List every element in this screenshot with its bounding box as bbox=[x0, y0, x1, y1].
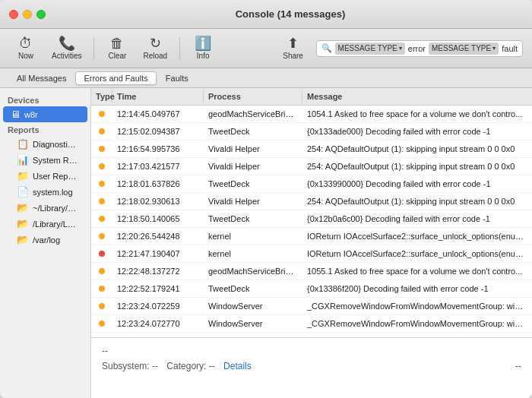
row-type-cell bbox=[91, 106, 112, 122]
devices-section-label: Devices bbox=[0, 93, 90, 106]
th-process: Process bbox=[204, 90, 302, 103]
system-label: System Reports bbox=[33, 156, 80, 165]
search-bar[interactable]: 🔍 MESSAGE TYPE ▾ error MESSAGE TYPE ▾ fa… bbox=[316, 40, 523, 57]
filter-tag-2[interactable]: MESSAGE TYPE ▾ bbox=[429, 43, 499, 55]
row-type-cell bbox=[91, 228, 112, 245]
titlebar: Console (14 messages) bbox=[0, 0, 532, 29]
search-icon: 🔍 bbox=[321, 43, 332, 53]
row-time-cell: 12:20:26.544248 bbox=[112, 228, 204, 245]
library-logs-icon: 📂 bbox=[17, 218, 29, 229]
row-process-cell: WindowServer bbox=[204, 298, 302, 314]
row-process-cell: Vivaldi Helper bbox=[204, 141, 302, 157]
status-dot bbox=[99, 233, 105, 239]
table-row[interactable]: 12:22:48.137272geodMachServiceBridge1055… bbox=[91, 263, 532, 280]
row-process-cell: Vivaldi Helper bbox=[204, 158, 302, 175]
row-time-cell: 12:18:50.140065 bbox=[112, 210, 204, 227]
table-row[interactable]: 12:16:54.995736Vivaldi Helper254: AQDefa… bbox=[91, 141, 532, 158]
main-content: Devices 🖥 w8r Reports 📋Diagnostic and U.… bbox=[0, 88, 532, 398]
share-button[interactable]: ⬆ Share bbox=[277, 33, 310, 63]
info-label: Info bbox=[197, 52, 210, 60]
filter1-label: MESSAGE TYPE bbox=[338, 44, 397, 52]
clear-button[interactable]: 🗑 Clear bbox=[100, 33, 134, 63]
status-dot bbox=[99, 303, 105, 309]
table-row[interactable]: 12:20:26.544248kernelIOReturn IOAccelSur… bbox=[91, 228, 532, 245]
user-label: User Reports bbox=[33, 172, 80, 181]
row-message-cell: {0x12b0a6c00} Decoding failed with error… bbox=[302, 210, 532, 227]
sidebar-item-device[interactable]: 🖥 w8r bbox=[3, 106, 87, 122]
toolbar-separator-2 bbox=[179, 37, 180, 60]
row-time-cell: 12:14:45.049767 bbox=[112, 106, 204, 122]
row-type-cell bbox=[91, 298, 112, 314]
row-message-cell: _CGXRemoveWindowFromWindowMovementGroup:… bbox=[302, 298, 532, 314]
table-row[interactable]: 12:23:24.072259WindowServer_CGXRemoveWin… bbox=[91, 298, 532, 315]
row-time-cell: 12:23:24.072259 bbox=[112, 298, 204, 314]
status-dot bbox=[99, 286, 105, 292]
sidebar-item-lib-logs[interactable]: 📂~/Library/Logs bbox=[3, 200, 87, 216]
filter-tab-all[interactable]: All Messages bbox=[9, 72, 74, 84]
status-dot bbox=[99, 111, 105, 117]
minimize-button[interactable] bbox=[23, 10, 32, 19]
row-type-cell bbox=[91, 280, 112, 297]
row-process-cell: TweetDeck bbox=[204, 123, 302, 140]
activities-label: Activities bbox=[52, 52, 81, 60]
table-row[interactable]: 12:17:03.421577Vivaldi Helper254: AQDefa… bbox=[91, 158, 532, 175]
table-row[interactable]: 12:18:01.637826TweetDeck{0x133990000} De… bbox=[91, 175, 532, 193]
th-time: Time bbox=[112, 90, 204, 103]
sidebar-item-var-log[interactable]: 📂/var/log bbox=[3, 232, 87, 248]
content-pane: Type Time Process Message 12:14:45.04976… bbox=[91, 88, 532, 398]
filter-tab-faults[interactable]: Faults bbox=[158, 72, 196, 84]
table-row[interactable]: 12:14:45.049767geodMachServiceBridge1054… bbox=[91, 106, 532, 123]
filter2-dropdown-icon: ▾ bbox=[492, 45, 496, 52]
now-label: Now bbox=[18, 52, 33, 60]
th-message: Message bbox=[302, 90, 532, 103]
reload-button[interactable]: ↻ Reload bbox=[137, 33, 173, 63]
row-process-cell: geodMachServiceBridge bbox=[204, 263, 302, 280]
row-type-cell bbox=[91, 141, 112, 157]
row-type-cell bbox=[91, 193, 112, 210]
sidebar-item-system[interactable]: 📊System Reports bbox=[3, 152, 87, 168]
category-label: Category: -- bbox=[166, 361, 214, 371]
table-row[interactable]: 12:23:24.072770WindowServer_CGXRemoveWin… bbox=[91, 315, 532, 333]
table-row[interactable]: 12:22:52.179241TweetDeck{0x13386f200} De… bbox=[91, 280, 532, 298]
library-logs-label: /Library/Logs bbox=[33, 220, 80, 229]
activities-icon: 📞 bbox=[59, 36, 75, 50]
row-type-cell bbox=[91, 158, 112, 175]
filter2-label: MESSAGE TYPE bbox=[432, 44, 491, 52]
row-process-cell: TweetDeck bbox=[204, 280, 302, 297]
row-message-cell: {0x133990000} Decoding failed with error… bbox=[302, 175, 532, 192]
table-row[interactable]: 12:21:47.190407kernelIOReturn IOAccelSur… bbox=[91, 245, 532, 263]
filter1-dropdown-icon: ▾ bbox=[399, 45, 402, 52]
sidebar-item-syslog[interactable]: 📄system.log bbox=[3, 184, 87, 200]
traffic-lights bbox=[9, 10, 46, 19]
filter-tag-1[interactable]: MESSAGE TYPE ▾ bbox=[335, 43, 405, 55]
detail-row: Subsystem: -- Category: -- Details -- bbox=[102, 361, 521, 371]
table-row[interactable]: 12:18:02.930613Vivaldi Helper254: AQDefa… bbox=[91, 193, 532, 210]
sidebar-item-library-logs[interactable]: 📂/Library/Logs bbox=[3, 216, 87, 232]
close-button[interactable] bbox=[9, 10, 18, 19]
subsystem-label: Subsystem: -- bbox=[102, 361, 158, 371]
filter-tab-errors[interactable]: Errors and Faults bbox=[75, 71, 156, 85]
activities-button[interactable]: 📞 Activities bbox=[46, 33, 87, 63]
sidebar-item-diag[interactable]: 📋Diagnostic and U... bbox=[3, 136, 87, 152]
var-log-icon: 📂 bbox=[17, 234, 29, 245]
reports-section-label: Reports bbox=[0, 122, 90, 136]
now-icon: ⏱ bbox=[19, 36, 33, 50]
filter1-value: error bbox=[408, 44, 426, 53]
row-time-cell: 12:23:24.072770 bbox=[112, 315, 204, 332]
info-button[interactable]: ℹ️ Info bbox=[186, 33, 220, 63]
now-button[interactable]: ⏱ Now bbox=[9, 33, 43, 63]
row-time-cell: 12:22:52.179241 bbox=[112, 280, 204, 297]
row-type-cell bbox=[91, 123, 112, 140]
th-type: Type bbox=[91, 90, 112, 103]
reload-icon: ↻ bbox=[150, 36, 161, 50]
status-dot bbox=[99, 216, 105, 222]
details-link[interactable]: Details bbox=[223, 361, 252, 371]
sidebar-item-user[interactable]: 📁User Reports bbox=[3, 168, 87, 184]
maximize-button[interactable] bbox=[36, 10, 46, 19]
table-row[interactable]: 12:15:02.094387TweetDeck{0x133ade000} De… bbox=[91, 123, 532, 141]
table-row[interactable]: 12:18:50.140065TweetDeck{0x12b0a6c00} De… bbox=[91, 210, 532, 228]
row-time-cell: 12:18:02.930613 bbox=[112, 193, 204, 210]
row-type-cell bbox=[91, 210, 112, 227]
detail-sep1 bbox=[161, 361, 163, 371]
row-process-cell: WindowServer bbox=[204, 315, 302, 332]
